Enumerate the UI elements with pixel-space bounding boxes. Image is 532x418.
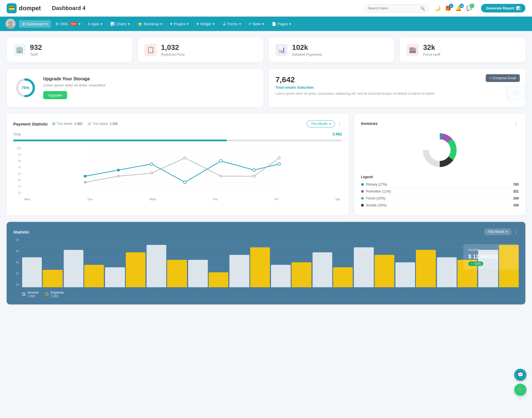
upgrade-button[interactable]: Upgrade [43, 91, 67, 99]
payment-invoices-section: Payment Statistic This Week 1.982 This W… [7, 114, 525, 215]
email-subtitle: Total emails Subcriber. [275, 85, 519, 89]
nav-item-pages[interactable]: 📄 Pages ▾ [268, 20, 295, 28]
nav-item-charts[interactable]: 📊 Charts ▾ [107, 20, 133, 28]
chevron-down-icon-forms: ▾ [239, 22, 241, 26]
statistic-filter-label: This Month [488, 230, 504, 234]
total-label: Total [13, 132, 21, 136]
chevron-down-icon-widget: ▾ [213, 22, 215, 26]
stat-card-detailed-payments: 📊 102k Detailed Payments [269, 38, 394, 62]
bar-white-10 [437, 257, 457, 287]
bar-white-7 [313, 252, 332, 287]
bar-white-8 [354, 247, 374, 287]
nav-item-forms[interactable]: 🖨 Forms ▾ [219, 20, 244, 28]
legend-val-2: 1.982 [110, 122, 118, 126]
legend-val-1: 1.982 [74, 122, 83, 126]
svg-point-1 [7, 25, 14, 29]
legend-dot-2 [88, 122, 91, 125]
statistic-filter-button[interactable]: This Month ▾ [484, 229, 511, 235]
nav-item-cms[interactable]: ⚙ CMS New ▾ [52, 20, 84, 28]
nav-bar: ⊞ Dashboard ▾ ⚙ CMS New ▾ ℹ Apps ▾ 📊 Cha… [0, 17, 532, 31]
nav-item-plugins[interactable]: ♥ Plugins ▾ [167, 20, 192, 28]
statistic-more-button[interactable]: ⋮ [514, 229, 519, 235]
nav-label-widget: Widget [200, 22, 211, 26]
bar-yellow-6 [291, 262, 311, 287]
payment-title: Payment Statistic [13, 122, 48, 126]
notifications-button[interactable]: 🔔 12 [456, 5, 462, 11]
generate-report-button[interactable]: Generate Report 📊 [481, 4, 525, 12]
widget-icon: ♥ [196, 22, 199, 26]
search-input[interactable] [368, 6, 418, 10]
force-tariff-value: 32k [423, 43, 440, 52]
legend-name-primary: Primary (27%) [366, 183, 513, 186]
gift-button[interactable]: 🎁 2 [445, 5, 451, 11]
list-item: Forum (22%) 154 [361, 195, 519, 202]
stat-card-force-tariff: 🏬 32k Force tariff [400, 38, 525, 62]
expense-label: Expense [51, 291, 64, 294]
payment-filter-button[interactable]: This Month ▾ [307, 120, 335, 127]
nav-label-cms: CMS [60, 22, 68, 26]
bar-white-4 [188, 260, 208, 287]
expense-val: 1.982 [51, 294, 64, 298]
expense-legend: Expense 1.982 [45, 291, 64, 298]
bar-white-5 [229, 255, 249, 287]
chat-badge: 5 [470, 4, 474, 8]
income-label: Income [28, 291, 39, 294]
bar-white-9 [395, 262, 415, 287]
bar-group-5 [229, 247, 270, 287]
bar-chart-icon: 📊 [516, 6, 520, 10]
income-box-val: $ 12,890,00 [468, 253, 514, 260]
payment-more-button[interactable]: ⋮ [337, 121, 342, 127]
nav-item-bootstrap[interactable]: ⭐ Bootstrap ▾ [134, 20, 166, 28]
svg-point-12 [117, 169, 120, 171]
pages-icon: 📄 [272, 22, 276, 26]
forms-icon: 🖨 [222, 22, 226, 26]
storage-title: Upgrade Your Storage [43, 76, 106, 81]
nav-item-dashboard[interactable]: ⊞ Dashboard ▾ [19, 20, 51, 28]
y-axis-statistic: 5040302010 [13, 237, 19, 287]
legend-week1: This Week 1.982 [52, 122, 83, 126]
tariff-icon: 🏢 [13, 44, 25, 56]
legend-name-socials: Socials (15%) [366, 203, 513, 207]
required-price-icon: 📋 [144, 44, 157, 56]
theme-toggle[interactable]: 🌙 [434, 5, 441, 11]
nav-item-apps[interactable]: ℹ Apps ▾ [85, 20, 106, 28]
invoices-title: Invoices ⋮ [361, 120, 519, 126]
email-count: 7,642 [275, 75, 519, 84]
email-desc: Lorem ipsum dolor sit amet, consectetur … [275, 92, 519, 96]
svg-point-15 [219, 160, 222, 162]
chevron-down-icon-charts: ▾ [128, 22, 130, 26]
bar-group-9 [395, 250, 436, 287]
income-growth-badge: ↑ +15% [468, 261, 483, 266]
app-title: Dashboard 4 [52, 5, 85, 11]
search-bar[interactable]: 🔍 [364, 4, 429, 12]
bar-yellow-5 [250, 247, 270, 287]
nav-label-forms: Forms [227, 22, 238, 26]
legend-name-forum: Forum (22%) [366, 196, 513, 200]
required-price-value: 1,032 [161, 43, 185, 52]
y-axis: 10090807060504030 [13, 146, 21, 196]
invoices-more-button[interactable]: ⋮ [514, 120, 519, 126]
bar-yellow-4 [209, 272, 228, 287]
main-content: 🏢 932 Tariff 📋 1,032 Required Price 📊 10… [0, 31, 532, 311]
bar-yellow-1 [84, 265, 104, 287]
detailed-payments-icon: 📊 [275, 44, 288, 56]
legend-color-forum [361, 197, 364, 200]
svg-point-18 [84, 181, 86, 183]
chevron-down-icon-pages: ▾ [289, 22, 291, 26]
payment-progress-fill [13, 140, 227, 141]
nav-item-widget[interactable]: ♥ Widget ▾ [193, 20, 218, 28]
nav-item-table[interactable]: ≡ Table ▾ [245, 20, 268, 28]
svg-point-22 [220, 175, 222, 177]
required-price-info: 1,032 Required Price [161, 43, 185, 57]
statistic-header: Statistic This Month ▾ ⋮ [13, 229, 519, 235]
storage-card: 75% Upgrade Your Storage Lorem ipsum dol… [7, 69, 263, 107]
legend-color-primary [361, 183, 364, 186]
legend-count-socials: 154 [513, 203, 519, 207]
bar-yellow-0 [43, 270, 62, 287]
list-item: Primary (27%) 763 [361, 181, 519, 188]
messages-button[interactable]: 💬 5 [466, 5, 472, 11]
gift-badge: 2 [449, 4, 453, 8]
header-icons: 🌙 🎁 2 🔔 12 💬 5 Generate Report 📊 [434, 4, 525, 12]
income-val: 1.982 [28, 294, 39, 298]
legend-name-promo: Promotion (11%) [366, 189, 513, 193]
